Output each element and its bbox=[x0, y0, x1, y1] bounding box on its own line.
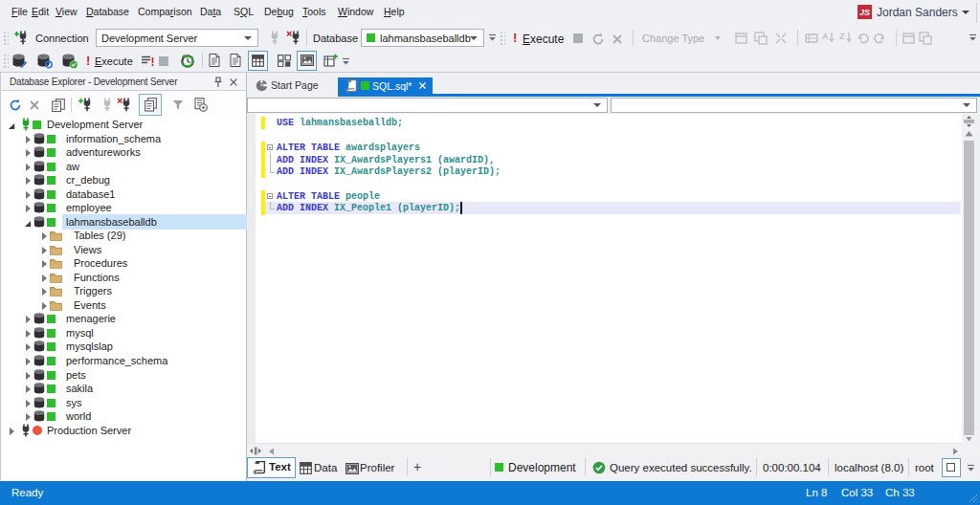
svg-text:!: ! bbox=[151, 55, 155, 68]
svg-text:A: A bbox=[822, 32, 829, 41]
svg-text:Z: Z bbox=[839, 32, 845, 41]
